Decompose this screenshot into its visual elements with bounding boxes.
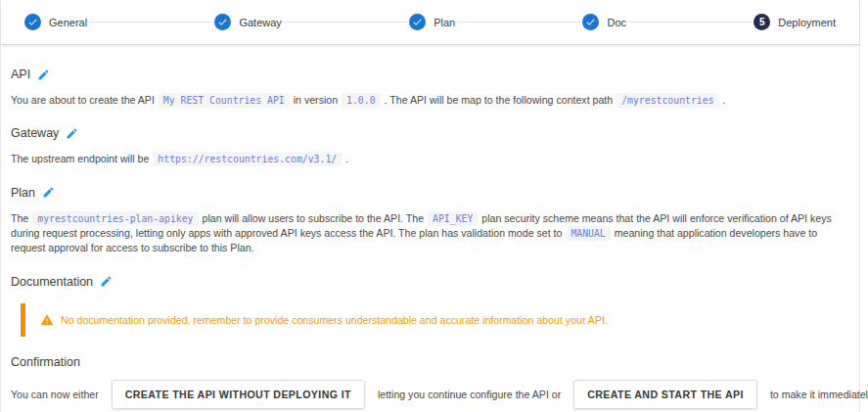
stepper-step-plan[interactable]: Plan	[409, 14, 455, 30]
edit-plan-button[interactable]	[42, 186, 55, 199]
check-icon	[582, 14, 599, 30]
check-icon	[214, 14, 231, 30]
stepper-step-label: General	[49, 17, 87, 28]
section-title-confirmation: Confirmation	[11, 355, 849, 369]
plan-security-chip: API_KEY	[428, 211, 478, 226]
check-icon	[409, 14, 426, 30]
plan-summary-text: Themyrestcountries-plan-apikeyplan will …	[11, 211, 849, 256]
stepper-connector	[628, 22, 752, 23]
section-title-plan: Plan	[11, 186, 849, 200]
pencil-icon	[100, 275, 113, 288]
plan-validation-chip: MANUAL	[566, 226, 610, 241]
stepper-step-label: Deployment	[778, 17, 836, 28]
create-without-deploying-button[interactable]: CREATE THE API WITHOUT DEPLOYING IT	[112, 380, 365, 409]
stepper-step-label: Gateway	[239, 17, 281, 28]
section-title-gateway: Gateway	[11, 126, 849, 140]
stepper-connector	[89, 22, 212, 23]
stepper-step-label: Doc	[607, 17, 626, 28]
stepper-step-doc[interactable]: Doc	[582, 14, 626, 30]
stepper-step-general[interactable]: General	[24, 14, 87, 30]
wizard-summary: API You are about to create the APIMy RE…	[1, 45, 859, 412]
stepper-connector	[284, 22, 407, 23]
edit-documentation-button[interactable]	[100, 275, 113, 288]
confirmation-row: You can now either CREATE THE API WITHOU…	[11, 380, 849, 409]
gateway-summary-text: The upstream endpoint will behttps://res…	[11, 152, 849, 166]
pencil-icon	[37, 69, 50, 81]
plan-name-chip: myrestcountries-plan-apikey	[32, 211, 198, 226]
check-icon	[24, 14, 41, 30]
stepper-step-deployment[interactable]: 5 Deployment	[754, 14, 836, 30]
documentation-warning: No documentation provided, remember to p…	[21, 303, 849, 337]
context-path-chip: /myrestcountries	[617, 93, 718, 108]
warning-message: No documentation provided, remember to p…	[61, 314, 608, 326]
edit-api-button[interactable]	[37, 69, 50, 81]
edit-gateway-button[interactable]	[66, 127, 78, 140]
api-creation-wizard: General Gateway Plan Doc 5 Deployment	[0, 0, 860, 412]
api-name-chip: My REST Countries API	[159, 93, 290, 108]
pencil-icon	[42, 186, 55, 199]
pencil-icon	[66, 127, 78, 140]
stepper-step-label: Plan	[434, 17, 455, 28]
api-summary-text: You are about to create the APIMy REST C…	[11, 93, 849, 108]
stepper-connector	[457, 22, 580, 23]
section-title-documentation: Documentation	[11, 275, 849, 289]
step-number-badge: 5	[754, 14, 770, 30]
create-and-start-button[interactable]: CREATE AND START THE API	[573, 380, 757, 409]
section-title-api: API	[11, 68, 849, 81]
endpoint-chip: https://restcountries.com/v3.1/	[153, 152, 342, 166]
stepper-step-gateway[interactable]: Gateway	[214, 14, 281, 30]
warning-triangle-icon	[40, 313, 54, 327]
api-version-chip: 1.0.0	[342, 93, 381, 108]
wizard-stepper: General Gateway Plan Doc 5 Deployment	[1, 0, 859, 45]
